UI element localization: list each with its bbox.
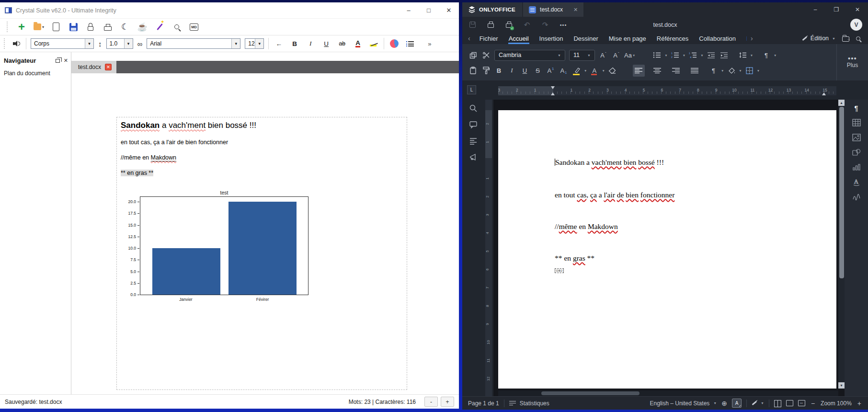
paragraph-settings-button[interactable]: ¶ bbox=[851, 103, 862, 113]
sidebar-item-plan-du-document[interactable]: Plan du document bbox=[4, 70, 68, 77]
fit-page-button[interactable] bbox=[786, 400, 793, 406]
embedded-bar-chart[interactable]: test 0.02.55.07.510.012.515.017.520.0 Ja… bbox=[122, 190, 310, 310]
new-plus-button[interactable]: + bbox=[16, 22, 27, 32]
menu-scroll-left-icon[interactable]: ‹ bbox=[464, 34, 474, 42]
align-center-button[interactable] bbox=[651, 65, 663, 77]
toolbar-overflow-button[interactable]: » bbox=[428, 40, 431, 47]
menu-item-accueil[interactable]: Accueil bbox=[503, 33, 534, 44]
spell-check-toggle[interactable]: A bbox=[732, 399, 742, 408]
paragraph-style-select[interactable]: Corps bbox=[31, 38, 94, 49]
quick-print-button[interactable]: ✓ bbox=[504, 21, 513, 29]
bullet-list-button[interactable] bbox=[651, 49, 663, 61]
line-height-select[interactable]: 1.0 bbox=[106, 38, 133, 49]
highlight-color-button[interactable] bbox=[571, 65, 582, 77]
close-button[interactable]: ✕ bbox=[439, 3, 459, 18]
speaker-button[interactable] bbox=[11, 38, 22, 49]
tab-test-docx[interactable]: test.docx ✕ bbox=[71, 61, 116, 73]
change-case-button[interactable]: Aa▼ bbox=[623, 49, 637, 61]
redo-button[interactable]: ↷ bbox=[541, 21, 549, 29]
paragraph-direction-caret-icon[interactable]: ▼ bbox=[773, 54, 777, 57]
new-document-button[interactable] bbox=[51, 22, 61, 32]
chart-button[interactable] bbox=[388, 38, 400, 49]
restore-button[interactable]: ❐ bbox=[826, 2, 847, 17]
strikethrough-button[interactable]: S bbox=[532, 65, 544, 77]
close-button[interactable]: ✕ bbox=[847, 2, 868, 17]
font-size-select[interactable]: 11▼ bbox=[569, 50, 595, 61]
increase-font-button[interactable]: Aˆ bbox=[597, 49, 609, 61]
chart-settings-button[interactable] bbox=[851, 162, 862, 172]
tab-stop-selector[interactable]: L bbox=[467, 85, 476, 94]
decrease-indent-button[interactable] bbox=[705, 49, 717, 61]
align-right-button[interactable] bbox=[670, 65, 682, 77]
shading-button[interactable] bbox=[725, 65, 737, 77]
strikethrough-button[interactable]: ab bbox=[336, 38, 348, 49]
close-panel-icon[interactable]: ✕ bbox=[64, 57, 68, 64]
statistics-button[interactable]: Statistiques bbox=[509, 400, 549, 407]
text-art-settings-button[interactable]: A bbox=[851, 177, 862, 187]
bold-button[interactable]: B bbox=[289, 38, 300, 49]
menu-item-clipped[interactable]: P bbox=[741, 33, 747, 44]
edition-mode-button[interactable]: Édition ▼ bbox=[802, 35, 835, 42]
subscript-button[interactable]: A1 bbox=[558, 65, 570, 77]
font-color-button[interactable]: A bbox=[352, 38, 364, 49]
menu-item-dessiner[interactable]: Dessiner bbox=[568, 33, 603, 44]
signature-settings-button[interactable] bbox=[851, 192, 862, 202]
cs-document-area[interactable]: Sandokan a vach'ment bien bossé !!! en t… bbox=[71, 73, 459, 394]
magic-wand-button[interactable] bbox=[154, 22, 165, 32]
lock-button[interactable] bbox=[85, 22, 96, 32]
horizontal-ruler[interactable]: 321123456789101112131415 bbox=[498, 86, 836, 95]
vertical-ruler[interactable]: 21123456789101112 bbox=[484, 100, 493, 396]
right-indent-marker[interactable] bbox=[822, 92, 826, 95]
font-color-caret-icon[interactable]: ▼ bbox=[601, 69, 605, 72]
first-line-indent-marker[interactable] bbox=[551, 86, 555, 89]
align-left-button[interactable] bbox=[633, 65, 645, 77]
highlight-color-caret-icon[interactable]: ▼ bbox=[583, 69, 587, 72]
nonprinting-chars-caret-icon[interactable]: ▼ bbox=[720, 69, 724, 72]
track-changes-button[interactable]: ▼ bbox=[752, 401, 764, 405]
document-page[interactable]: OBJ Sandokan a vach'ment bien bossé !!!e… bbox=[498, 110, 836, 389]
vertical-scrollbar[interactable]: ▲ ▼ bbox=[838, 100, 845, 389]
minimize-button[interactable]: – bbox=[399, 3, 419, 18]
zoom-out-button[interactable]: − bbox=[810, 400, 816, 407]
line-spacing-button[interactable] bbox=[737, 49, 749, 61]
undo-button[interactable]: ← bbox=[273, 38, 285, 49]
cup-button[interactable]: ☕ bbox=[137, 22, 148, 32]
more-actions-button[interactable]: ••• bbox=[559, 21, 568, 29]
menu-item-references[interactable]: Références bbox=[651, 33, 694, 44]
vertical-scrollbar-thumb[interactable] bbox=[839, 107, 844, 278]
folder-caret-icon[interactable]: ▾ bbox=[42, 25, 44, 29]
document-tab-close-icon[interactable]: ✕ bbox=[573, 7, 578, 13]
comments-button[interactable] bbox=[468, 120, 478, 129]
borders-caret-icon[interactable]: ▼ bbox=[756, 69, 760, 72]
search-icon[interactable] bbox=[856, 36, 860, 41]
menu-item-collaboration[interactable]: Collaboration bbox=[694, 33, 741, 44]
dark-mode-button[interactable]: ☾ bbox=[120, 22, 130, 32]
feedback-button[interactable] bbox=[468, 152, 478, 162]
borders-button[interactable] bbox=[743, 65, 755, 77]
shape-settings-button[interactable] bbox=[851, 147, 862, 158]
font-family-select[interactable]: Cambria▼ bbox=[494, 50, 565, 61]
italic-button[interactable]: I bbox=[305, 38, 316, 49]
multilevel-list-button[interactable]: 1a bbox=[687, 49, 699, 61]
font-size-select[interactable]: 12 bbox=[245, 38, 264, 49]
left-indent-marker[interactable] bbox=[551, 92, 555, 95]
copy-button[interactable] bbox=[467, 49, 479, 61]
image-settings-button[interactable] bbox=[851, 132, 862, 143]
print-button[interactable] bbox=[486, 21, 495, 29]
menu-scroll-right-icon[interactable]: › bbox=[747, 34, 757, 42]
justify-button[interactable] bbox=[689, 65, 701, 77]
paragraph-direction-button[interactable]: ¶ bbox=[760, 49, 772, 61]
open-file-location-icon[interactable] bbox=[842, 36, 849, 42]
two-page-view-button[interactable] bbox=[774, 400, 781, 406]
menu-item-mise-en-page[interactable]: Mise en page bbox=[604, 33, 651, 44]
horizontal-scrollbar[interactable] bbox=[498, 390, 838, 396]
format-painter-button[interactable] bbox=[480, 65, 492, 77]
line-spacing-caret-icon[interactable]: ▼ bbox=[750, 54, 754, 57]
undock-icon[interactable] bbox=[56, 59, 60, 63]
font-color-button[interactable]: A bbox=[588, 65, 600, 77]
list-button[interactable] bbox=[404, 38, 416, 49]
bold-button[interactable]: B bbox=[493, 65, 505, 77]
table-settings-button[interactable] bbox=[851, 117, 862, 128]
underline-button[interactable]: U bbox=[519, 65, 531, 77]
multilevel-list-caret-icon[interactable]: ▼ bbox=[700, 54, 704, 57]
